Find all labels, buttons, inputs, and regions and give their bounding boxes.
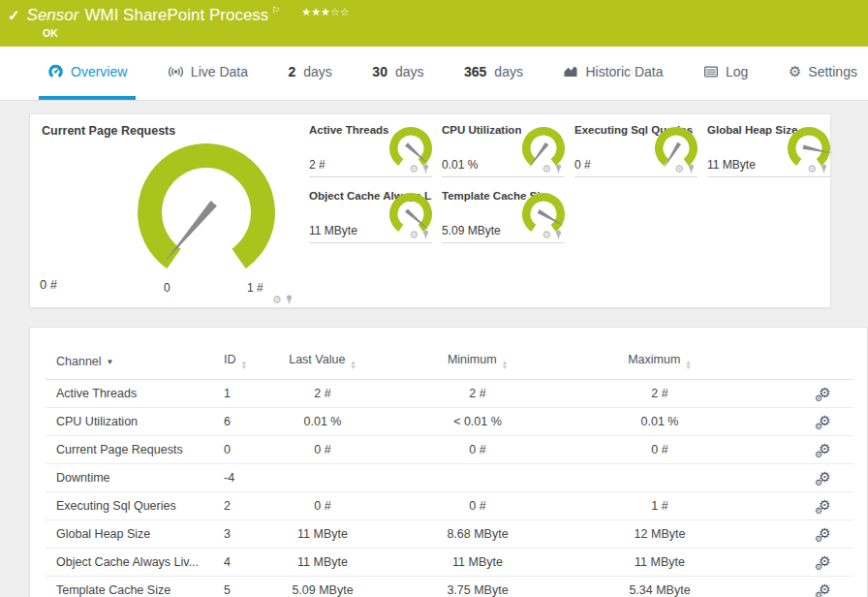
channel-id: 1: [224, 380, 272, 408]
channel-id: 2: [224, 492, 272, 520]
tab-log[interactable]: Log: [695, 47, 757, 100]
tab-365-days[interactable]: 365 days: [455, 47, 532, 100]
channel-name[interactable]: Active Threads: [46, 380, 224, 408]
channel-last-value: 0 #: [272, 436, 373, 464]
main-gauge-value: 0 #: [40, 277, 57, 292]
gauge-value: 0.01 %: [442, 158, 478, 172]
pin-icon[interactable]: [285, 295, 294, 305]
gear-icon[interactable]: ⚙: [409, 230, 418, 240]
tab-overview[interactable]: Overview: [39, 47, 136, 100]
main-gauge-scale-min: 0: [164, 281, 170, 295]
sort-desc-icon: ▼: [107, 358, 114, 366]
channel-name[interactable]: Object Cache Always Liv...: [46, 549, 224, 577]
channel-row[interactable]: Current Page Requests 0 0 # 0 # 0 # ⚙⚙: [46, 436, 853, 464]
tab-2-days[interactable]: 2 days: [279, 47, 340, 100]
tab-365-days-unit: days: [494, 64, 523, 79]
gauge-value: 11 MByte: [707, 158, 756, 172]
pin-icon[interactable]: [554, 164, 563, 174]
tab-30-days[interactable]: 30 days: [363, 47, 432, 100]
tab-live-data[interactable]: Live Data: [159, 47, 257, 100]
pin-icon[interactable]: [421, 230, 430, 240]
gauge-cell[interactable]: Template Cache Size 5.09 MByte ⚙: [442, 190, 565, 243]
tab-bar: Overview Live Data 2 days 30 days 365 da…: [0, 47, 868, 101]
channel-name[interactable]: Current Page Requests: [46, 436, 224, 464]
tab-live-data-label: Live Data: [191, 64, 248, 79]
gauges-panel: Current Page Requests 0 1 # 0 # ⚙ Active…: [29, 113, 831, 308]
sort-icon: ▲▼: [685, 361, 691, 369]
area-chart-icon: [563, 64, 578, 79]
sort-icon: ▲▼: [350, 361, 356, 369]
tab-settings[interactable]: ⚙ Settings: [780, 47, 866, 100]
gear-icon[interactable]: ⚙: [542, 164, 551, 174]
column-header-channel[interactable]: Channel▼: [46, 347, 224, 380]
channel-settings-icon[interactable]: ⚙⚙: [819, 498, 831, 513]
gauge-value: 11 MByte: [309, 224, 357, 237]
broadcast-icon: [168, 64, 184, 79]
gauge-cell[interactable]: Object Cache Always L... 11 MByte ⚙: [309, 190, 432, 243]
channel-settings-icon[interactable]: ⚙⚙: [819, 386, 831, 400]
gear-icon[interactable]: ⚙: [674, 164, 684, 174]
channel-row[interactable]: Template Cache Size 5 5.09 MByte 3.75 MB…: [46, 577, 853, 597]
sensor-kind-label: Sensor: [27, 6, 79, 25]
flag-icon[interactable]: ⚐: [271, 5, 280, 16]
column-header-minimum[interactable]: Minimum▲▼: [373, 347, 582, 380]
status-check-icon: ✓: [8, 7, 20, 24]
pin-icon[interactable]: [554, 230, 563, 240]
channel-name[interactable]: Executing Sql Queries: [46, 492, 224, 520]
pin-icon[interactable]: [820, 164, 828, 174]
channel-maximum: [582, 464, 737, 492]
gear-icon: ⚙: [789, 64, 801, 79]
tab-30-days-num: 30: [372, 64, 388, 79]
gear-icon[interactable]: ⚙: [807, 164, 817, 174]
channel-minimum: 11 MByte: [373, 549, 582, 577]
channel-last-value: 2 #: [272, 380, 373, 408]
gear-icon[interactable]: ⚙: [409, 164, 418, 174]
channel-row[interactable]: CPU Utilization 6 0.01 % < 0.01 % 0.01 %…: [46, 408, 853, 436]
channel-settings-icon[interactable]: ⚙⚙: [819, 442, 831, 456]
gauge-icon: [47, 63, 64, 79]
channel-name[interactable]: CPU Utilization: [46, 408, 224, 436]
pin-icon[interactable]: [687, 164, 696, 174]
channel-id: 3: [224, 520, 272, 549]
status-badge: OK: [43, 27, 58, 39]
column-header-maximum[interactable]: Maximum▲▼: [582, 347, 737, 380]
channel-row[interactable]: Global Heap Size 3 11 MByte 8.68 MByte 1…: [46, 520, 853, 549]
channel-maximum: 11 MByte: [582, 549, 737, 577]
gear-icon[interactable]: ⚙: [272, 295, 282, 305]
channel-row[interactable]: Object Cache Always Liv... 4 11 MByte 11…: [46, 549, 853, 577]
channel-table: Channel▼ ID▲▼ Last Value▲▼ Minimum▲▼ Max…: [46, 347, 853, 597]
gear-icon[interactable]: ⚙: [542, 230, 551, 240]
channel-settings-icon[interactable]: ⚙⚙: [819, 526, 831, 541]
channel-last-value: [272, 464, 373, 492]
channel-minimum: 0 #: [373, 492, 582, 520]
gauge-cell[interactable]: Executing Sql Queries 0 # ⚙: [574, 124, 698, 177]
gauge-cell[interactable]: Global Heap Size 11 MByte ⚙: [707, 124, 830, 177]
tab-historic-data-label: Historic Data: [585, 64, 663, 79]
channel-name[interactable]: Downtime: [46, 464, 224, 492]
column-header-last-value[interactable]: Last Value▲▼: [272, 347, 373, 380]
channel-minimum: < 0.01 %: [373, 408, 582, 436]
channel-name[interactable]: Template Cache Size: [46, 577, 224, 597]
tab-365-days-num: 365: [464, 64, 486, 79]
column-header-id[interactable]: ID▲▼: [224, 347, 272, 380]
channel-minimum: [373, 464, 582, 492]
gauge-cell[interactable]: Active Threads 2 # ⚙: [309, 124, 432, 177]
tab-historic-data[interactable]: Historic Data: [554, 47, 671, 100]
sensor-header: ✓ Sensor WMI SharePoint Process ⚐ ★★★☆☆ …: [0, 0, 868, 47]
channel-settings-icon[interactable]: ⚙⚙: [819, 470, 831, 485]
channel-row[interactable]: Executing Sql Queries 2 0 # 0 # 1 # ⚙⚙: [46, 492, 853, 520]
channel-row[interactable]: Downtime -4 ⚙⚙: [46, 464, 853, 492]
channel-maximum: 5.34 MByte: [582, 577, 737, 597]
tab-log-label: Log: [726, 64, 748, 79]
channel-settings-icon[interactable]: ⚙⚙: [819, 582, 831, 597]
gauge-cell[interactable]: CPU Utilization 0.01 % ⚙: [442, 124, 565, 177]
pin-icon[interactable]: [421, 164, 430, 174]
channel-last-value: 0.01 %: [272, 408, 373, 436]
main-gauge-dial[interactable]: [127, 136, 286, 281]
channel-settings-icon[interactable]: ⚙⚙: [819, 554, 831, 569]
priority-stars[interactable]: ★★★☆☆: [301, 6, 349, 18]
channel-settings-icon[interactable]: ⚙⚙: [819, 414, 831, 428]
channel-name[interactable]: Global Heap Size: [46, 520, 224, 549]
channel-row[interactable]: Active Threads 1 2 # 2 # 2 # ⚙⚙: [46, 380, 853, 408]
tab-2-days-unit: days: [303, 64, 332, 79]
